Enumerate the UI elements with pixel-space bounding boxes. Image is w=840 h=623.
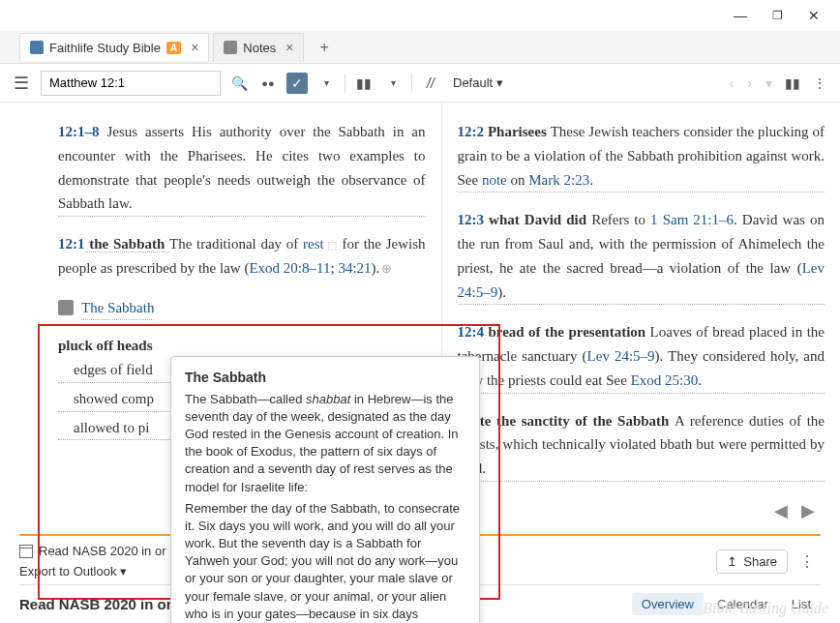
link-rest[interactable]: rest xyxy=(303,236,324,252)
tab-badge: A xyxy=(166,42,181,54)
maximize-button[interactable]: ❐ xyxy=(759,9,795,22)
export-outlook-button[interactable]: Export to Outlook ▾ xyxy=(19,564,166,578)
window-titlebar: — ❐ ✕ xyxy=(0,0,840,31)
tab-notes[interactable]: Notes × xyxy=(213,33,304,61)
factbook-link[interactable]: The Sabbath xyxy=(58,296,426,321)
right-column[interactable]: 12:2 Pharisees These Jewish teachers con… xyxy=(442,103,841,548)
more-menu-icon[interactable]: ⋮ xyxy=(809,73,830,94)
paragraph-icon[interactable]: // xyxy=(420,73,441,94)
link-lev-24b[interactable]: Lev 24:5–9 xyxy=(587,348,655,364)
close-window-button[interactable]: ✕ xyxy=(795,8,832,23)
close-tab-icon[interactable]: × xyxy=(191,40,198,55)
page-prev-button[interactable]: ◀ xyxy=(774,497,788,526)
reference-input[interactable] xyxy=(41,71,221,96)
commentary-paragraph: 12:2 Pharisees These Jewish teachers con… xyxy=(458,120,825,193)
columns-icon[interactable]: ▮▮ xyxy=(353,73,375,94)
page-next-button[interactable]: ▶ xyxy=(801,497,815,526)
close-tab-icon[interactable]: × xyxy=(285,40,293,55)
dropdown-arrow-icon[interactable]: ▾ xyxy=(315,73,337,94)
more-menu-icon[interactable]: ⋮ xyxy=(794,549,821,575)
notes-icon xyxy=(224,41,237,54)
separator xyxy=(411,74,412,93)
verse-reference[interactable]: 12:1–8 xyxy=(58,124,100,139)
commentary-paragraph: 12:1–8 Jesus asserts His authority over … xyxy=(58,120,426,217)
nav-forward-button[interactable]: › xyxy=(743,74,756,93)
commentary-paragraph: 12:4 bread of the presentation Loaves of… xyxy=(458,320,825,393)
separator xyxy=(345,74,345,93)
factbook-tooltip: The Sabbath The Sabbath—called shabbat i… xyxy=(170,356,480,623)
link-note[interactable]: note xyxy=(482,172,507,188)
tab-faithlife-study-bible[interactable]: Faithlife Study Bible A × xyxy=(19,33,209,61)
verse-reference[interactable]: 12:4 xyxy=(458,324,485,340)
expand-icon[interactable]: ⊕ xyxy=(381,261,392,276)
link-1sam-21[interactable]: 1 Sam 21:1–6 xyxy=(650,212,734,227)
book-icon xyxy=(30,41,44,54)
link-exod-20-8[interactable]: Exod 20:8–11 xyxy=(249,260,330,276)
tooltip-body: The Sabbath—called shabbat in Hebrew—is … xyxy=(185,391,465,496)
search-icon[interactable]: 🔍 xyxy=(228,73,250,94)
panel-layout-icon[interactable]: ▮▮ xyxy=(782,73,803,94)
tooltip-title: The Sabbath xyxy=(185,369,465,388)
dropdown-arrow-icon[interactable]: ▾ xyxy=(382,73,404,94)
verse-reference[interactable]: 12:3 xyxy=(458,212,485,227)
tab-label: Notes xyxy=(243,41,276,55)
link-mark-2-23[interactable]: Mark 2:23 xyxy=(528,172,589,188)
commentary-paragraph: 12:3 what David did Refers to 1 Sam 21:1… xyxy=(458,208,825,305)
verse-reference[interactable]: 12:2 xyxy=(458,124,485,139)
document-tabs: Faithlife Study Bible A × Notes × + xyxy=(0,31,840,64)
calendar-icon xyxy=(19,545,33,558)
layout-select[interactable]: Default ▾ xyxy=(449,74,507,92)
watermark: Bible Busting Guide xyxy=(703,602,828,615)
parallel-icon[interactable]: ●● xyxy=(257,73,279,94)
external-link-icon: ⬚ xyxy=(326,239,338,251)
nav-down-button[interactable]: ▾ xyxy=(762,74,776,93)
tab-overview[interactable]: Overview xyxy=(632,593,704,615)
share-button[interactable]: ↥ Share xyxy=(716,549,788,574)
share-icon: ↥ xyxy=(727,554,737,569)
pager: ◀ ▶ xyxy=(458,497,825,526)
tab-label: Faithlife Study Bible xyxy=(49,41,161,55)
checkbox-toggle[interactable]: ✓ xyxy=(286,73,308,94)
menu-button[interactable]: ☰ xyxy=(10,69,33,98)
tooltip-quote: Remember the day of the Sabbath, to cons… xyxy=(185,500,465,623)
commentary-paragraph: 12:1 the Sabbath The traditional day of … xyxy=(58,232,426,281)
factbook-icon xyxy=(58,300,74,315)
toolbar: ☰ 🔍 ●● ✓ ▾ ▮▮ ▾ // Default ▾ ‹ › ▾ ▮▮ ⋮ xyxy=(0,64,840,103)
link-34-21[interactable]: 34:21 xyxy=(338,260,371,276)
link-exod-25-30[interactable]: Exod 25:30 xyxy=(631,372,699,388)
nav-back-button[interactable]: ‹ xyxy=(726,74,738,93)
reading-plan-label[interactable]: Read NASB 2020 in or xyxy=(19,544,166,559)
commentary-paragraph: iolate the sanctity of the Sabbath A ref… xyxy=(458,409,825,482)
verse-reference[interactable]: 12:1 xyxy=(58,236,85,252)
minimize-button[interactable]: — xyxy=(722,8,759,23)
new-tab-button[interactable]: + xyxy=(308,33,340,62)
